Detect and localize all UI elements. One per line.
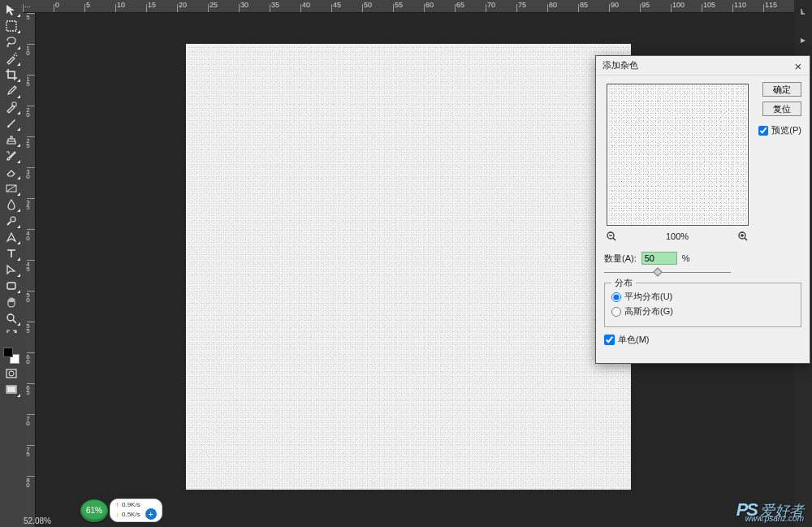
preview-checkbox[interactable] [758, 126, 768, 136]
foreground-background-swatch[interactable] [2, 346, 21, 365]
dialog-title-bar[interactable]: 添加杂色 [596, 56, 810, 76]
add-noise-dialog: 添加杂色 × 确定 复位 预览(P) 100% 数量(A): % [595, 55, 810, 364]
performance-badge[interactable]: 61% [80, 499, 108, 522]
dialog-title: 添加杂色 [603, 59, 638, 71]
network-speed-widget[interactable]: ↑0.9K/s ↓0.5K/s+ [110, 499, 162, 522]
reset-button[interactable]: 复位 [762, 102, 801, 116]
healing-brush-tool[interactable] [2, 99, 21, 115]
eraser-tool[interactable] [2, 164, 21, 180]
close-icon[interactable]: × [792, 59, 805, 72]
rectangle-tool[interactable] [2, 278, 21, 294]
svg-rect-9 [7, 387, 15, 392]
system-status-overlay: 61% ↑0.9K/s ↓0.5K/s+ [80, 499, 162, 522]
gradient-tool[interactable] [2, 180, 21, 197]
svg-point-5 [7, 314, 14, 321]
panel-toggle-icon[interactable] [794, 0, 812, 23]
amount-input[interactable] [641, 252, 677, 265]
clone-stamp-tool[interactable] [2, 132, 21, 148]
zoom-value: 100% [666, 231, 689, 241]
svg-rect-0 [6, 21, 16, 31]
zoom-out-icon[interactable] [604, 231, 619, 242]
monochromatic-option[interactable]: 单色(M) [604, 334, 801, 346]
download-arrow-icon: ↓ [115, 511, 119, 518]
amount-label: 数量(A): [604, 253, 637, 265]
preview-checkbox-row[interactable]: 预览(P) [758, 124, 801, 136]
svg-rect-4 [7, 283, 15, 289]
path-selection-tool[interactable] [2, 261, 21, 278]
zoom-in-icon[interactable] [736, 231, 750, 242]
brush-tool[interactable] [2, 115, 21, 132]
distribution-legend: 分布 [611, 277, 636, 289]
zoom-tool[interactable] [2, 310, 21, 326]
vertical-ruler: 5101520253035404550556065707580 [23, 13, 36, 527]
uniform-option[interactable]: 平均分布(U) [611, 291, 794, 303]
blur-tool[interactable] [2, 197, 21, 213]
quick-mask-toggle[interactable] [2, 365, 21, 382]
lasso-tool[interactable] [2, 34, 21, 50]
svg-point-7 [9, 371, 14, 376]
move-tool[interactable] [2, 2, 21, 18]
svg-point-3 [11, 217, 15, 222]
magic-wand-tool[interactable] [2, 50, 21, 67]
amount-pct: % [682, 253, 690, 263]
screen-mode-toggle[interactable] [2, 382, 21, 398]
marquee-tool[interactable] [2, 18, 21, 34]
horizontal-ruler: ...0510152025303540455055606570758085909… [23, 0, 794, 13]
mono-checkbox[interactable] [604, 335, 615, 345]
ok-button[interactable]: 确定 [762, 82, 801, 97]
gaussian-radio[interactable] [611, 307, 621, 317]
noise-preview[interactable] [607, 84, 749, 226]
slider-thumb[interactable] [653, 267, 662, 276]
type-tool[interactable] [2, 245, 21, 261]
distribution-fieldset: 分布 平均分布(U) 高斯分布(G) [604, 283, 801, 327]
status-bar-zoom[interactable]: 52.08% [24, 516, 51, 525]
color-toggle-icon[interactable] [2, 326, 21, 343]
gaussian-option[interactable]: 高斯分布(G) [611, 305, 794, 317]
preview-label: 预览(P) [771, 124, 801, 136]
history-brush-tool[interactable] [2, 148, 21, 164]
upload-arrow-icon: ↑ [115, 501, 119, 508]
crop-tool[interactable] [2, 67, 21, 83]
dodge-tool[interactable] [2, 213, 21, 229]
pen-tool[interactable] [2, 229, 21, 245]
document-canvas[interactable] [186, 44, 631, 490]
plus-icon[interactable]: + [145, 508, 157, 520]
expand-flyout-icon[interactable] [794, 29, 812, 52]
tool-palette [0, 0, 23, 527]
eyedropper-tool[interactable] [2, 83, 21, 99]
watermark: PS 爱好者 www.psahz.com [736, 499, 804, 521]
hand-tool[interactable] [2, 294, 21, 310]
uniform-radio[interactable] [611, 292, 621, 302]
